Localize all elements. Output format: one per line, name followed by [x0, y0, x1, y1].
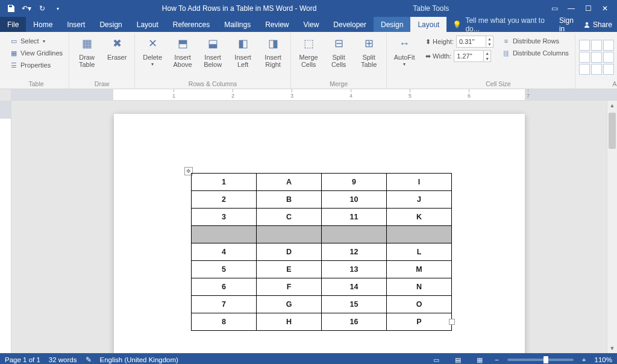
table-row[interactable]: 6F14N [192, 278, 452, 296]
align-top-right[interactable] [603, 40, 614, 51]
table-cell[interactable]: D [257, 243, 322, 261]
tab-file[interactable]: File [0, 17, 26, 32]
document-table[interactable]: 1A9I2B10J3C11K4D12L5E13M6F14N7G15O8H16P [191, 173, 452, 331]
tab-design[interactable]: Design [92, 17, 129, 32]
table-cell[interactable]: B [257, 191, 322, 209]
table-cell[interactable]: L [387, 243, 452, 261]
align-bottom-right[interactable] [603, 64, 614, 75]
save-icon[interactable] [5, 2, 17, 14]
table-cell[interactable]: M [387, 261, 452, 278]
zoom-slider-knob[interactable] [543, 356, 548, 363]
distribute-columns-button[interactable]: |||Distribute Columns [500, 48, 571, 58]
insert-above-button[interactable]: ⬒Insert Above [169, 34, 196, 69]
table-cell[interactable]: I [387, 174, 452, 191]
table-cell[interactable]: 5 [192, 261, 257, 278]
table-cell[interactable] [322, 226, 387, 243]
table-cell[interactable] [387, 226, 452, 243]
share-button[interactable]: Share [583, 20, 612, 29]
split-cells-button[interactable]: ⊟Split Cells [325, 34, 352, 69]
view-gridlines-button[interactable]: ▦View Gridlines [7, 48, 65, 58]
height-input[interactable]: 0.31"▲▼ [456, 36, 493, 48]
scrollbar-thumb[interactable] [609, 113, 616, 149]
align-top-center[interactable] [591, 40, 602, 51]
table-cell[interactable]: 7 [192, 296, 257, 313]
table-cell[interactable]: 1 [192, 174, 257, 191]
split-table-button[interactable]: ⊞Split Table [355, 34, 383, 69]
table-resize-handle-icon[interactable] [449, 319, 455, 325]
table-cell[interactable] [257, 226, 322, 243]
table-cell[interactable]: 14 [322, 278, 387, 296]
horizontal-ruler[interactable]: 1234567 [11, 89, 617, 101]
table-cell[interactable]: K [387, 209, 452, 226]
table-cell[interactable]: 13 [322, 261, 387, 278]
align-middle-left[interactable] [579, 52, 590, 63]
align-top-left[interactable] [579, 40, 590, 51]
table-row[interactable]: 5E13M [192, 261, 452, 278]
table-cell[interactable]: A [257, 174, 322, 191]
autofit-button[interactable]: ↔AutoFit▾ [390, 34, 418, 69]
select-button[interactable]: ▭Select▾ [7, 36, 65, 46]
draw-table-button[interactable]: ▦Draw Table [73, 34, 101, 69]
tab-developer[interactable]: Developer [326, 17, 374, 32]
tab-table-design[interactable]: Design [374, 17, 410, 32]
table-cell[interactable]: J [387, 191, 452, 209]
align-bottom-center[interactable] [591, 64, 602, 75]
tab-insert[interactable]: Insert [60, 17, 92, 32]
scroll-up-icon[interactable]: ▲ [607, 101, 617, 110]
status-language[interactable]: English (United Kingdom) [100, 356, 178, 363]
table-row[interactable]: 7G15O [192, 296, 452, 313]
table-cell[interactable]: 8 [192, 313, 257, 331]
table-cell[interactable]: 6 [192, 278, 257, 296]
align-middle-right[interactable] [603, 52, 614, 63]
insert-left-button[interactable]: ◧Insert Left [229, 34, 257, 69]
status-page[interactable]: Page 1 of 1 [5, 356, 40, 363]
tab-view[interactable]: View [296, 17, 327, 32]
tell-me-search[interactable]: 💡 Tell me what you want to do... [446, 17, 559, 32]
table-cell[interactable]: P [387, 313, 452, 331]
tab-review[interactable]: Review [258, 17, 296, 32]
document-canvas[interactable]: ✥ 1A9I2B10J3C11K4D12L5E13M6F14N7G15O8H16… [11, 101, 617, 353]
table-cell[interactable]: 11 [322, 209, 387, 226]
spinner-arrows-icon[interactable]: ▲▼ [483, 51, 490, 61]
table-cell[interactable]: E [257, 261, 322, 278]
properties-button[interactable]: ☰Properties [7, 60, 65, 71]
zoom-slider[interactable] [507, 359, 574, 361]
undo-icon[interactable]: ↶▾ [20, 2, 33, 14]
width-input[interactable]: 1.27"▲▼ [454, 50, 491, 62]
tab-mailings[interactable]: Mailings [217, 17, 258, 32]
tab-references[interactable]: References [166, 17, 217, 32]
insert-below-button[interactable]: ⬓Insert Below [199, 34, 227, 69]
table-row[interactable]: 2B10J [192, 191, 452, 209]
table-cell[interactable]: 10 [322, 191, 387, 209]
table-row[interactable]: 3C11K [192, 209, 452, 226]
redo-icon[interactable]: ↻ [36, 2, 48, 14]
status-words[interactable]: 32 words [49, 356, 77, 363]
delete-button[interactable]: ✕Delete▾ [139, 34, 166, 69]
table-cell[interactable]: O [387, 296, 452, 313]
tab-layout[interactable]: Layout [130, 17, 166, 32]
eraser-button[interactable]: ✖Eraser [103, 34, 131, 62]
web-layout-icon[interactable]: ▦ [473, 355, 486, 364]
table-cell[interactable]: 9 [322, 174, 387, 191]
zoom-out-icon[interactable]: − [495, 356, 499, 363]
qat-customize-icon[interactable]: ▾ [52, 2, 64, 14]
table-cell[interactable] [192, 226, 257, 243]
zoom-level[interactable]: 110% [595, 356, 612, 363]
table-row[interactable]: 1A9I [192, 174, 452, 191]
sign-in-link[interactable]: Sign in [559, 16, 577, 33]
insert-right-button[interactable]: ◨Insert Right [259, 34, 287, 69]
align-bottom-left[interactable] [579, 64, 590, 75]
table-cell[interactable]: N [387, 278, 452, 296]
table-cell[interactable]: 2 [192, 191, 257, 209]
table-cell[interactable]: 3 [192, 209, 257, 226]
table-cell[interactable]: F [257, 278, 322, 296]
table-cell[interactable]: 15 [322, 296, 387, 313]
table-row[interactable]: 4D12L [192, 243, 452, 261]
table-cell[interactable]: 12 [322, 243, 387, 261]
maximize-icon[interactable]: ☐ [583, 4, 593, 13]
align-middle-center[interactable] [591, 52, 602, 63]
scroll-down-icon[interactable]: ▼ [607, 344, 617, 353]
distribute-rows-button[interactable]: ≡Distribute Rows [500, 36, 571, 46]
table-row[interactable] [192, 226, 452, 243]
proofing-icon[interactable]: ✎ [86, 356, 92, 364]
